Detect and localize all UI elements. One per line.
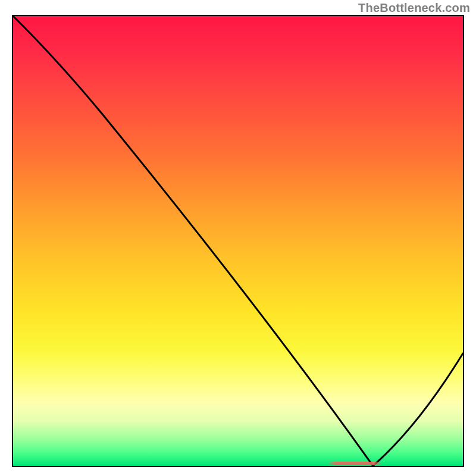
optimal-range-marker xyxy=(328,462,382,465)
bottleneck-curve xyxy=(13,16,463,466)
plot-area xyxy=(12,15,464,467)
watermark-text: TheBottleneck.com xyxy=(358,1,470,15)
chart-stage: TheBottleneck.com xyxy=(0,0,476,476)
